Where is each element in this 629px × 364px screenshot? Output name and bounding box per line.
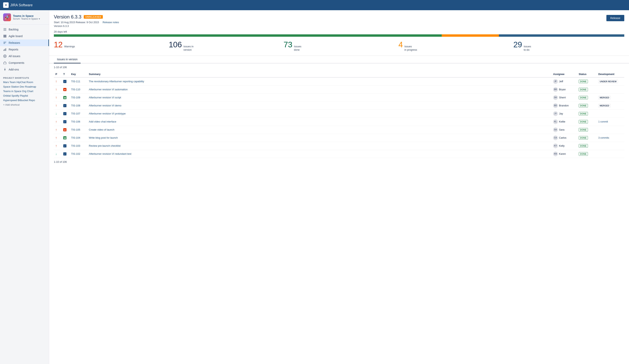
dev-cell[interactable]: 3 commits (597, 134, 624, 142)
stat-issues-done: 73 Issuesdone (280, 41, 395, 52)
summary-cell[interactable]: Afterburner revision VI automation (87, 86, 552, 93)
shortcut-teams-org[interactable]: Teams in Space Org Chart (0, 89, 49, 93)
summary-cell[interactable]: Create video of launch (87, 126, 552, 134)
issue-summary-link[interactable]: Add video chat interface (89, 120, 116, 123)
issue-key-link[interactable]: TIS-104 (71, 136, 80, 139)
sidebar-item-agile-board[interactable]: Agile board (0, 33, 49, 39)
project-name: Teams in Space (13, 14, 40, 17)
dev-link[interactable]: 1 commit (598, 120, 608, 123)
key-cell[interactable]: TIS-105 (70, 126, 87, 134)
project-type-label: Scrum: Teams in Space (13, 17, 38, 20)
issue-summary-link[interactable]: Afterburner revision VI demo (89, 104, 121, 107)
summary-cell[interactable]: Afterburner revision VI prototype (87, 109, 552, 118)
issue-summary-link[interactable]: Afterburner revision VI redundant test (89, 152, 131, 155)
table-row: ↑▣TIS-109Afterburner revision VI scriptS… (54, 93, 624, 101)
dev-cell (597, 86, 624, 93)
progress-section: 28 days left (49, 28, 629, 37)
summary-cell[interactable]: The revolutionary Afterburner reporting … (87, 77, 552, 86)
stats-row: 12 Warnings 106 Issues inversion 73 Issu… (49, 37, 629, 56)
summary-cell[interactable]: Afterburner revision VI demo (87, 101, 552, 109)
priority-up-icon: ↑ (55, 120, 57, 123)
status-badge: DONE (579, 80, 588, 83)
col-status: Status (577, 71, 597, 77)
key-cell[interactable]: TIS-104 (70, 134, 87, 142)
summary-cell[interactable]: Review pre-launch checklist (87, 142, 552, 150)
issues-in-version-label: Issues inversion (183, 45, 193, 52)
issue-summary-link[interactable]: Afterburner revision VI prototype (89, 112, 126, 115)
issue-key-link[interactable]: TIS-110 (71, 88, 80, 91)
issue-summary-link[interactable]: Create video of launch (89, 128, 114, 131)
svg-rect-4 (4, 35, 5, 37)
dev-cell[interactable]: MERGED (597, 101, 624, 109)
logo[interactable]: JIRA Software (3, 2, 33, 8)
status-badge: DONE (579, 112, 588, 115)
type-cell: ▣ (62, 134, 70, 142)
key-cell[interactable]: TIS-103 (70, 142, 87, 150)
key-cell[interactable]: TIS-106 (70, 118, 87, 126)
add-ons-label: Add-ons (9, 68, 19, 71)
sidebar-item-backlog[interactable]: Backlog (0, 26, 49, 33)
priority-up-icon: ↑ (55, 144, 57, 147)
release-notes-link[interactable]: Release notes (103, 21, 119, 24)
issue-summary-link[interactable]: Afterburner revision VI script (89, 96, 121, 99)
issue-key-link[interactable]: TIS-102 (71, 152, 80, 155)
assignee-cell: CACarlos (552, 134, 577, 142)
priority-cell: ↑ (54, 77, 62, 86)
issue-key-link[interactable]: TIS-105 (71, 128, 80, 131)
issues-table: P T Key Summary Assignee Status Developm… (54, 71, 624, 158)
col-type: T (62, 71, 70, 77)
assignee-cell: JYJay (552, 109, 577, 118)
svg-rect-1 (3, 29, 6, 30)
dev-cell[interactable]: 1 commit (597, 118, 624, 126)
tab-issues[interactable]: Issues in version (54, 56, 81, 63)
summary-cell[interactable]: Afterburner revision VI redundant test (87, 150, 552, 158)
sidebar-item-reports[interactable]: Reports (0, 46, 49, 53)
issue-summary-link[interactable]: Review pre-launch checklist (89, 144, 121, 147)
issue-key-link[interactable]: TIS-106 (71, 120, 80, 123)
issue-key-link[interactable]: TIS-111 (71, 80, 80, 83)
assignee-cell: KNKaren (552, 150, 577, 158)
sidebar-item-components[interactable]: Components (0, 60, 49, 66)
progress-todo (499, 34, 624, 37)
dev-link[interactable]: 3 commits (598, 136, 609, 139)
summary-cell[interactable]: Afterburner revision VI script (87, 93, 552, 101)
shortcut-orbital[interactable]: Orbital Spotify Playlist (0, 93, 49, 98)
project-header[interactable]: Teams in Space Scrum: Teams in Space ▾ (0, 10, 49, 24)
table-row: ↓✓TIS-107Afterburner revision VI prototy… (54, 109, 624, 118)
issues-in-version-count: 106 (169, 41, 182, 49)
issue-key-link[interactable]: TIS-103 (71, 144, 80, 147)
shortcut-hyperspeed[interactable]: Hyperspeed Bitbucket Repo (0, 98, 49, 102)
key-cell[interactable]: TIS-111 (70, 77, 87, 86)
key-cell[interactable]: TIS-109 (70, 93, 87, 101)
project-type-dropdown[interactable]: Scrum: Teams in Space ▾ (13, 17, 40, 20)
issue-key-link[interactable]: TIS-108 (71, 104, 80, 107)
dev-cell[interactable]: MERGED (597, 93, 624, 101)
issue-key-link[interactable]: TIS-107 (71, 112, 80, 115)
summary-cell[interactable]: Write blog post for launch (87, 134, 552, 142)
key-cell[interactable]: TIS-108 (70, 101, 87, 109)
key-cell[interactable]: TIS-102 (70, 150, 87, 158)
sidebar-item-add-ons[interactable]: Add-ons (0, 66, 49, 73)
table-row: ↑▣TIS-104Write blog post for launchCACar… (54, 134, 624, 142)
svg-rect-2 (3, 30, 6, 31)
add-shortcut-button[interactable]: + Add shortcut (0, 102, 49, 107)
stat-issues-inprogress: 4 Issuesin progress (395, 41, 509, 52)
summary-cell[interactable]: Add video chat interface (87, 118, 552, 126)
story-type-icon: ✓ (63, 80, 66, 83)
priority-cell: ↑ (54, 101, 62, 109)
status-badge: DONE (579, 104, 588, 107)
release-button[interactable]: Release (606, 15, 624, 21)
sidebar-item-releases[interactable]: Releases (0, 39, 49, 46)
issue-summary-link[interactable]: Afterburner revision VI automation (89, 88, 128, 91)
priority-up-icon: ↑ (55, 96, 57, 99)
shortcut-mars[interactable]: Mars Team HipChat Room (0, 80, 49, 85)
issue-summary-link[interactable]: Write blog post for launch (89, 136, 118, 139)
key-cell[interactable]: TIS-107 (70, 109, 87, 118)
sidebar-item-all-issues[interactable]: All issues (0, 53, 49, 60)
shortcut-space-station[interactable]: Space Station Dev Roadmap (0, 85, 49, 89)
issue-summary-link[interactable]: The revolutionary Afterburner reporting … (89, 80, 144, 83)
issue-key-link[interactable]: TIS-109 (71, 96, 80, 99)
main-content: Version 6.3.3 UNRELEASED Start: 10 Aug 2… (49, 10, 629, 364)
dev-cell[interactable]: UNDER REVIEW (597, 77, 624, 86)
key-cell[interactable]: TIS-110 (70, 86, 87, 93)
